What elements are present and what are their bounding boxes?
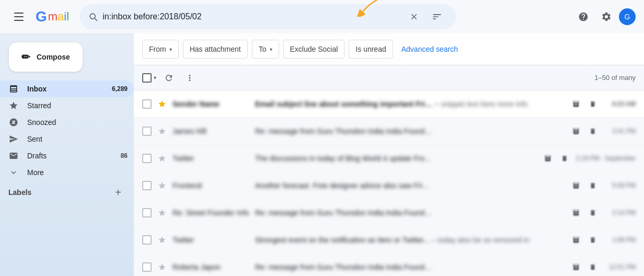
row-star-2[interactable]: [156, 152, 168, 165]
row-checkbox-6[interactable]: [142, 262, 152, 272]
sidebar-item-drafts[interactable]: Drafts 86: [0, 147, 134, 164]
row-actions-5: [569, 233, 600, 247]
exclude-social-filter-chip[interactable]: Exclude Social: [283, 40, 345, 59]
row-delete-button-1[interactable]: [585, 124, 600, 139]
inbox-count: 6,289: [112, 85, 128, 93]
row-sender-6: Roberta Japon: [172, 263, 251, 271]
sidebar-item-more[interactable]: More: [0, 164, 134, 181]
snoozed-label: Snoozed: [27, 118, 128, 126]
email-row[interactable]: James Hill Re: message from Guru Thursdo…: [134, 118, 644, 145]
hamburger-icon: [14, 13, 24, 21]
row-archive-button-0[interactable]: [569, 97, 583, 111]
compose-icon: ✏: [21, 51, 30, 63]
to-filter-chip[interactable]: To ▾: [252, 40, 279, 59]
hamburger-button[interactable]: [8, 6, 29, 27]
row-checkbox-2[interactable]: [142, 154, 152, 163]
email-row[interactable]: Roberta Japon Re: message from Guru Thur…: [134, 254, 644, 276]
from-filter-chip[interactable]: From ▾: [142, 40, 179, 59]
row-archive-button-1[interactable]: [569, 124, 583, 139]
row-checkbox-4[interactable]: [142, 208, 152, 217]
to-filter-label: To: [259, 45, 267, 53]
sidebar-item-sent[interactable]: Sent: [0, 131, 134, 147]
starred-label: Starred: [27, 101, 128, 110]
has-attachment-label: Has attachment: [190, 45, 241, 53]
row-archive-button-6[interactable]: [569, 260, 583, 274]
row-sender-4: Re: Street Founder Info: [172, 209, 251, 217]
sidebar: ✏ Compose Inbox 6,289 Starred Snoozed: [0, 33, 134, 276]
row-sep-5: –: [432, 236, 436, 244]
compose-button[interactable]: ✏ Compose: [8, 42, 83, 72]
labels-section: Labels +: [0, 181, 134, 204]
select-all-checkbox[interactable]: [142, 73, 152, 83]
row-delete-button-6[interactable]: [585, 260, 600, 274]
sent-icon: [8, 134, 19, 144]
email-row[interactable]: Frontend Another forecast. Free designer…: [134, 172, 644, 199]
sidebar-item-starred[interactable]: Starred: [0, 97, 134, 114]
settings-button[interactable]: [596, 6, 617, 27]
row-delete-button-0[interactable]: [585, 97, 600, 111]
row-checkbox-5[interactable]: [142, 235, 152, 245]
support-button[interactable]: [573, 6, 594, 27]
header: Gmail: [0, 0, 644, 33]
is-unread-filter-chip[interactable]: Is unread: [349, 40, 393, 59]
sidebar-item-snoozed[interactable]: Snoozed: [0, 114, 134, 131]
row-star-5[interactable]: [156, 234, 168, 246]
row-checkbox-3[interactable]: [142, 181, 152, 190]
row-star-3[interactable]: [156, 179, 168, 192]
gmail-logo: Gmail: [36, 8, 69, 25]
row-actions-6: [569, 260, 600, 274]
inbox-label: Inbox: [27, 85, 112, 93]
row-sender-2: Twitter: [172, 154, 251, 163]
row-content-3: Another forecast. Free designer advice a…: [255, 181, 565, 190]
row-subject-3: Another forecast. Free designer advice a…: [255, 181, 433, 190]
row-subject-0: Email subject line about something impor…: [255, 100, 433, 108]
row-time-1: 3:41 PM: [604, 128, 636, 135]
row-content-2: The discussions in today of Blog World 4…: [255, 154, 536, 163]
search-options-button[interactable]: [427, 6, 447, 27]
row-checkbox-0[interactable]: [142, 99, 152, 109]
drafts-icon: [8, 151, 19, 161]
avatar[interactable]: G: [619, 8, 636, 25]
compose-label: Compose: [37, 53, 70, 61]
labels-add-button[interactable]: +: [111, 185, 125, 200]
row-sender-0: Sender Name: [172, 100, 251, 108]
row-star-6[interactable]: [156, 261, 168, 273]
has-attachment-filter-chip[interactable]: Has attachment: [183, 40, 248, 59]
row-archive-button-2[interactable]: [540, 151, 555, 166]
row-content-4: Re: message from Guru Thursdon India Ind…: [255, 209, 565, 217]
more-actions-button[interactable]: [180, 68, 199, 87]
row-snippet-5: today also be so removed in: [438, 236, 529, 244]
email-area: From ▾ Has attachment To ▾ Exclude Socia…: [134, 33, 644, 276]
snoozed-icon: [8, 117, 19, 128]
refresh-button[interactable]: [159, 68, 178, 87]
row-subject-2: The discussions in today of Blog World 4…: [255, 154, 433, 163]
sidebar-item-inbox[interactable]: Inbox 6,289: [0, 80, 134, 97]
main: ✏ Compose Inbox 6,289 Starred Snoozed: [0, 33, 644, 276]
row-subject-1: Re: message from Guru Thursdon India Ind…: [255, 127, 433, 135]
advanced-search-link[interactable]: Advanced search: [401, 45, 458, 53]
row-subject-5: Strongest event on the notification as I…: [255, 236, 430, 244]
inbox-icon: [8, 84, 19, 94]
email-row[interactable]: Sender Name Email subject line about som…: [134, 90, 644, 118]
email-row[interactable]: Twitter Strongest event on the notificat…: [134, 226, 644, 254]
row-star-1[interactable]: [156, 125, 168, 137]
row-delete-button-3[interactable]: [585, 178, 600, 193]
row-archive-button-4[interactable]: [569, 205, 583, 220]
row-actions-3: [569, 178, 600, 193]
email-row[interactable]: Re: Street Founder Info Re: message from…: [134, 199, 644, 226]
row-actions-0: [569, 97, 600, 111]
row-snippet-0: snippet text here more info: [441, 100, 528, 108]
row-checkbox-1[interactable]: [142, 126, 152, 136]
email-toolbar: ▾ 1–50 of many: [134, 65, 644, 90]
row-star-0[interactable]: [156, 98, 168, 110]
row-time-3: 5:09 PM: [604, 182, 636, 189]
row-archive-button-3[interactable]: [569, 178, 583, 193]
email-row[interactable]: Twitter The discussions in today of Blog…: [134, 145, 644, 172]
row-delete-button-5[interactable]: [585, 233, 600, 247]
row-delete-button-2[interactable]: [557, 151, 572, 166]
select-dropdown-button[interactable]: ▾: [153, 74, 157, 82]
row-archive-button-5[interactable]: [569, 233, 583, 247]
row-delete-button-4[interactable]: [585, 205, 600, 220]
row-star-4[interactable]: [156, 206, 168, 219]
header-right: G: [573, 6, 636, 27]
